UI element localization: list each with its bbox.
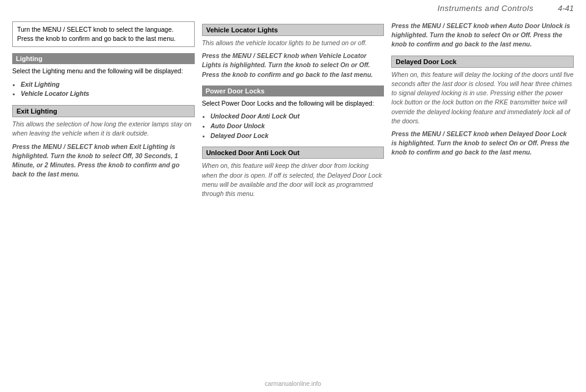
header-bar: Instruments and Controls 4-41 <box>0 0 586 15</box>
power-door-header: Power Door Locks <box>202 85 385 96</box>
intro-box: Turn the MENU / SELECT knob to select th… <box>12 21 195 47</box>
auto-door-bold-italic: Press the MENU / SELECT knob when Auto D… <box>391 21 574 49</box>
power-door-desc: Select Power Door Locks and the followin… <box>202 99 385 108</box>
lighting-header: Lighting <box>12 53 195 64</box>
vehicle-locator-bold-italic: Press the MENU / SELECT knob when Vehicl… <box>202 51 385 79</box>
bullet-delayed-door: Delayed Door Lock <box>211 131 385 141</box>
exit-lighting-header: Exit Lighting <box>12 105 195 117</box>
lighting-desc: Select the Lighting menu and the followi… <box>12 67 195 76</box>
page-container: Instruments and Controls 4-41 Turn the M… <box>0 0 586 392</box>
intro-text: Turn the MENU / SELECT knob to select th… <box>17 26 176 42</box>
column-1: Turn the MENU / SELECT knob to select th… <box>12 21 195 380</box>
content-area: Turn the MENU / SELECT knob to select th… <box>0 15 586 387</box>
bullet-vehicle-locator: Vehicle Locator Lights <box>21 89 195 99</box>
delayed-door-italic: When on, this feature will delay the loc… <box>391 70 574 126</box>
column-3: Press the MENU / SELECT knob when Auto D… <box>391 21 574 380</box>
page-number: 4-41 <box>558 4 574 13</box>
power-door-bullets: Unlocked Door Anti Lock Out Auto Door Un… <box>211 112 385 140</box>
delayed-door-bold-italic: Press the MENU / SELECT knob when Delaye… <box>391 129 574 158</box>
bullet-unlocked-door: Unlocked Door Anti Lock Out <box>211 112 385 122</box>
column-2: Vehicle Locator Lights This allows the v… <box>202 21 385 380</box>
vehicle-locator-italic: This allows the vehicle locator lights t… <box>202 38 385 48</box>
bullet-exit-lighting: Exit Lighting <box>21 80 195 90</box>
delayed-door-header: Delayed Door Lock <box>391 56 574 68</box>
unlocked-door-italic: When on, this feature will keep the driv… <box>202 161 385 198</box>
header-title: Instruments and Controls <box>438 4 534 13</box>
vehicle-locator-header: Vehicle Locator Lights <box>202 24 385 36</box>
bullet-auto-door: Auto Door Unlock <box>211 122 385 131</box>
unlocked-door-header: Unlocked Door Anti Lock Out <box>202 147 385 159</box>
watermark: carmanualonline.info <box>0 380 586 387</box>
exit-lighting-italic: This allows the selection of how long th… <box>12 120 195 138</box>
exit-lighting-bold-italic: Press the MENU / SELECT knob when Exit L… <box>12 142 195 180</box>
lighting-bullets: Exit Lighting Vehicle Locator Lights <box>21 80 195 100</box>
